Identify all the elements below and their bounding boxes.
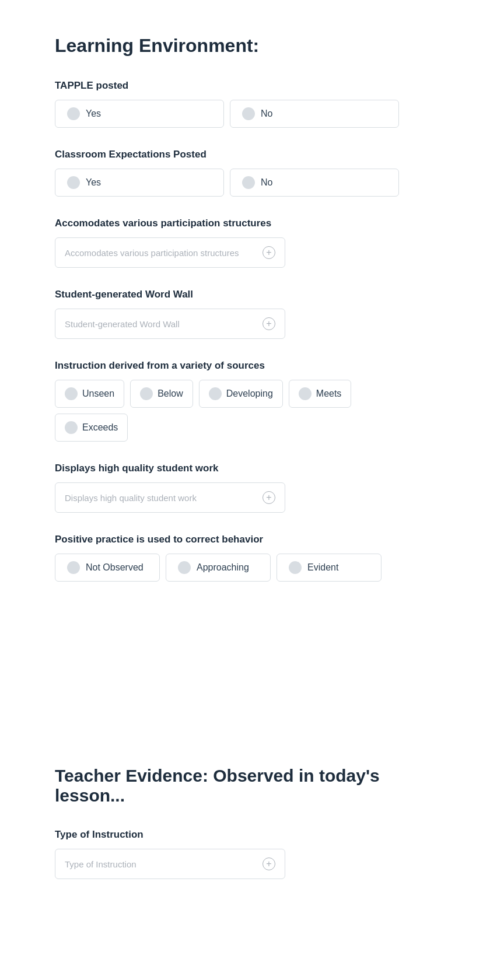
exceeds-radio	[65, 421, 78, 434]
word-wall-add-icon: +	[262, 317, 275, 330]
classroom-yes-radio	[67, 176, 80, 189]
unseen-radio	[65, 387, 78, 400]
tapple-no-label: No	[261, 108, 272, 119]
exceeds-option[interactable]: Exceeds	[55, 414, 128, 442]
meets-option[interactable]: Meets	[289, 380, 352, 408]
tapple-yes-radio	[67, 107, 80, 120]
meets-radio	[299, 387, 312, 400]
participation-structures-placeholder: Accomodates various participation struct…	[65, 248, 239, 258]
instruction-sources-row2: Exceeds	[55, 414, 435, 442]
positive-practice-options: Not Observed Approaching Evident	[55, 554, 435, 582]
type-of-instruction-label: Type of Instruction	[55, 829, 435, 841]
type-of-instruction-placeholder: Type of Instruction	[65, 859, 136, 869]
developing-radio	[209, 387, 222, 400]
section1-title: Learning Environment:	[55, 35, 435, 57]
not-observed-label: Not Observed	[86, 562, 144, 573]
classroom-no-radio	[242, 176, 255, 189]
high-quality-work-add-icon: +	[262, 491, 275, 504]
evident-option[interactable]: Evident	[276, 554, 382, 582]
positive-practice-label: Positive practice is used to correct beh…	[55, 534, 435, 545]
participation-structures-input[interactable]: Accomodates various participation struct…	[55, 237, 285, 268]
participation-structures-label: Accomodates various participation struct…	[55, 218, 435, 229]
evident-radio	[289, 561, 302, 574]
positive-practice-group: Positive practice is used to correct beh…	[55, 534, 435, 582]
tapple-no-option[interactable]: No	[230, 100, 399, 128]
classroom-yes-label: Yes	[86, 177, 101, 188]
exceeds-label: Exceeds	[82, 422, 118, 433]
unseen-label: Unseen	[82, 388, 114, 399]
developing-option[interactable]: Developing	[199, 380, 283, 408]
below-radio	[140, 387, 153, 400]
tapple-yes-option[interactable]: Yes	[55, 100, 224, 128]
tapple-posted-label: TAPPLE posted	[55, 80, 435, 92]
instruction-sources-options: Unseen Below Developing Meets	[55, 380, 435, 408]
classroom-expectations-options: Yes No	[55, 169, 435, 197]
unseen-option[interactable]: Unseen	[55, 380, 124, 408]
evident-label: Evident	[307, 562, 338, 573]
approaching-radio	[178, 561, 191, 574]
participation-structures-add-icon: +	[262, 246, 275, 259]
below-option[interactable]: Below	[130, 380, 193, 408]
high-quality-work-input[interactable]: Displays high quality student work +	[55, 482, 285, 513]
word-wall-input[interactable]: Student-generated Word Wall +	[55, 309, 285, 339]
word-wall-group: Student-generated Word Wall Student-gene…	[55, 289, 435, 339]
high-quality-work-placeholder: Displays high quality student work	[65, 493, 197, 503]
tapple-posted-group: TAPPLE posted Yes No	[55, 80, 435, 128]
high-quality-work-group: Displays high quality student work Displ…	[55, 463, 435, 513]
page-container: Learning Environment: TAPPLE posted Yes …	[0, 0, 490, 935]
high-quality-work-label: Displays high quality student work	[55, 463, 435, 474]
classroom-no-label: No	[261, 177, 272, 188]
developing-label: Developing	[226, 388, 273, 399]
type-of-instruction-group: Type of Instruction Type of Instruction …	[55, 829, 435, 879]
not-observed-option[interactable]: Not Observed	[55, 554, 160, 582]
approaching-label: Approaching	[197, 562, 249, 573]
word-wall-placeholder: Student-generated Word Wall	[65, 319, 180, 329]
not-observed-radio	[67, 561, 80, 574]
spacer	[55, 603, 435, 766]
word-wall-label: Student-generated Word Wall	[55, 289, 435, 300]
tapple-posted-options: Yes No	[55, 100, 435, 128]
instruction-sources-group: Instruction derived from a variety of so…	[55, 360, 435, 442]
section2-title: Teacher Evidence: Observed in today's le…	[55, 766, 435, 806]
classroom-expectations-group: Classroom Expectations Posted Yes No	[55, 149, 435, 197]
below-label: Below	[158, 388, 183, 399]
approaching-option[interactable]: Approaching	[166, 554, 271, 582]
tapple-yes-label: Yes	[86, 108, 101, 119]
participation-structures-group: Accomodates various participation struct…	[55, 218, 435, 268]
classroom-no-option[interactable]: No	[230, 169, 399, 197]
classroom-expectations-label: Classroom Expectations Posted	[55, 149, 435, 160]
classroom-yes-option[interactable]: Yes	[55, 169, 224, 197]
tapple-no-radio	[242, 107, 255, 120]
instruction-sources-label: Instruction derived from a variety of so…	[55, 360, 435, 372]
meets-label: Meets	[316, 388, 342, 399]
type-of-instruction-input[interactable]: Type of Instruction +	[55, 849, 285, 879]
type-of-instruction-add-icon: +	[262, 858, 275, 870]
